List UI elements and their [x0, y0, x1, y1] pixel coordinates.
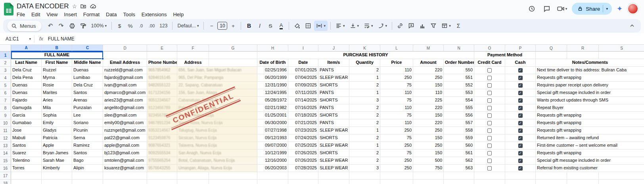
column-header-B[interactable]: B [42, 45, 72, 52]
font-select[interactable]: Defaul... ▾ [175, 21, 201, 31]
checkbox-credit-card-row16[interactable] [487, 166, 492, 171]
cell-D16[interactable]: ksuarez@gmail.com [103, 165, 147, 172]
cell-Q2-S2[interactable]: Notes/Comments [536, 59, 644, 67]
cell-N2[interactable]: Order Number [444, 59, 474, 67]
cell-E11[interactable]: 9353214567 [147, 127, 177, 134]
cell-J3[interactable]: PANTS [318, 67, 349, 74]
cell-O5[interactable] [474, 82, 505, 89]
cell-I2[interactable]: Date [288, 59, 318, 67]
cell-E2[interactable]: Phone Number [147, 59, 177, 67]
checkbox-credit-card-row11[interactable] [487, 128, 492, 133]
create-filter-button[interactable] [428, 21, 439, 31]
cell-A12[interactable]: Mabuti [11, 134, 42, 142]
cell-A9[interactable]: Garcia [11, 112, 42, 119]
cell-Q12-S12[interactable]: Returned item – awaiting refund [536, 134, 644, 142]
cell-I7[interactable]: 07/14/2025 [288, 97, 318, 104]
cell-H2[interactable]: Date of Birth [257, 59, 288, 67]
cell-I15[interactable]: 07/26/2025 [288, 157, 318, 165]
meet-video-button[interactable]: ▾ [557, 5, 567, 12]
cell-O13[interactable] [474, 142, 505, 150]
cell-J12[interactable]: SHORTS [318, 134, 349, 142]
cell-B8[interactable]: Mila [42, 104, 72, 112]
cell-B2[interactable]: First Name [42, 59, 72, 67]
cell-C10[interactable]: Soriano [72, 119, 103, 127]
cell-A2[interactable]: Last Name [11, 59, 42, 67]
merge-cells-button[interactable]: ▾ [314, 21, 328, 31]
cell-M17[interactable] [413, 172, 444, 180]
cell-F13-G13[interactable]: Talavera, Nueva Ecija [177, 142, 257, 150]
cell-C14[interactable]: Santos [72, 150, 103, 157]
checkbox-credit-card-row8[interactable] [487, 106, 492, 110]
cell-C18[interactable] [72, 180, 103, 184]
cell-M8[interactable]: 220 [413, 104, 444, 112]
cell-I10[interactable]: 07/21/2025 [288, 119, 318, 127]
cell-J10[interactable]: PANTS [318, 119, 349, 127]
column-header-N[interactable]: N [444, 45, 474, 52]
meet-dropdown-icon[interactable]: ▾ [565, 7, 567, 11]
cell-A16[interactable]: Torres [11, 165, 42, 172]
cell-P9[interactable]: ✓ [505, 112, 536, 119]
cell-R17[interactable] [567, 172, 599, 180]
formula-input[interactable]: FULL NAME [48, 36, 75, 42]
text-color-button[interactable]: A [280, 23, 283, 29]
cell-P8[interactable]: ✓ [505, 104, 536, 112]
cell-L17[interactable] [380, 172, 413, 180]
cell-M11[interactable]: 250 [413, 127, 444, 134]
checkbox-cash-row6[interactable]: ✓ [518, 91, 523, 95]
cell-J8[interactable]: PANTS [318, 104, 349, 112]
row-header-18[interactable]: 18 [0, 180, 11, 184]
cell-N4[interactable]: 551 [444, 74, 474, 82]
cell-K11[interactable]: 1 [349, 127, 380, 134]
cell-L5[interactable]: 75 [380, 82, 413, 89]
row-header-15[interactable]: 15 [0, 157, 11, 165]
cell-B15[interactable]: Sarah Mae [42, 157, 72, 165]
checkbox-credit-card-row10[interactable] [487, 121, 492, 125]
cell-N17[interactable] [444, 172, 474, 180]
cell-D17[interactable] [103, 172, 147, 180]
cell-M12[interactable]: 150 [413, 134, 444, 142]
cell-D9[interactable]: slee@gmail.com [103, 112, 147, 119]
cell-P10[interactable]: ✓ [505, 119, 536, 127]
cell-O15[interactable] [474, 157, 505, 165]
comments-icon[interactable] [542, 4, 552, 14]
version-history-icon[interactable] [527, 4, 537, 14]
text-wrap-button[interactable]: ▾ [362, 21, 375, 31]
cell-K16[interactable]: 3 [349, 165, 380, 172]
cell-K10[interactable]: 2 [349, 119, 380, 127]
column-header-O[interactable]: O [474, 45, 505, 52]
cell-K14[interactable]: 2 [349, 150, 380, 157]
cell-N9[interactable]: 556 [444, 112, 474, 119]
cell-O1-P1[interactable]: Payment Method [474, 52, 536, 59]
cell-A10[interactable]: Gumabao [11, 119, 42, 127]
cell-O4[interactable] [474, 74, 505, 82]
cell-A8[interactable]: Gamugda [11, 104, 42, 112]
row-header-14[interactable]: 14 [0, 150, 11, 157]
cell-H18[interactable] [257, 180, 288, 184]
cell-B11[interactable]: Gladys [42, 127, 72, 134]
row-header-3[interactable]: 3 [0, 67, 11, 74]
column-header-K[interactable]: K [349, 45, 380, 52]
cell-D2[interactable]: Email Address [103, 59, 147, 67]
cell-L15[interactable]: 250 [380, 157, 413, 165]
column-header-L[interactable]: L [380, 45, 413, 52]
cell-Q7-S7[interactable]: Wants product updates through SMS [536, 97, 644, 104]
move-folder-icon[interactable] [80, 3, 86, 10]
cell-B13[interactable]: Apple [42, 142, 72, 150]
cell-C6[interactable]: Santos [72, 89, 103, 97]
cell-I14[interactable]: 07/26/2025 [288, 150, 318, 157]
row-header-4[interactable]: 4 [0, 74, 11, 82]
cell-I17[interactable] [288, 172, 318, 180]
cell-G1[interactable] [209, 52, 257, 59]
cell-I12[interactable]: 07/24/2025 [288, 134, 318, 142]
column-header-M[interactable]: M [413, 45, 444, 52]
cell-Q14-S14[interactable]: Requests gift wrapping [536, 150, 644, 157]
cell-L13[interactable]: 250 [380, 142, 413, 150]
cell-D13[interactable]: apple@gmail.com [103, 142, 147, 150]
cell-L10[interactable]: 110 [380, 119, 413, 127]
cell-N15[interactable]: 562 [444, 157, 474, 165]
menu-tools[interactable]: Tools [120, 11, 138, 18]
cell-P15[interactable]: ✓ [505, 157, 536, 165]
cell-E4[interactable]: 9284615145 [147, 74, 177, 82]
checkbox-credit-card-row3[interactable] [487, 68, 492, 73]
checkbox-cash-row8[interactable]: ✓ [518, 106, 523, 110]
